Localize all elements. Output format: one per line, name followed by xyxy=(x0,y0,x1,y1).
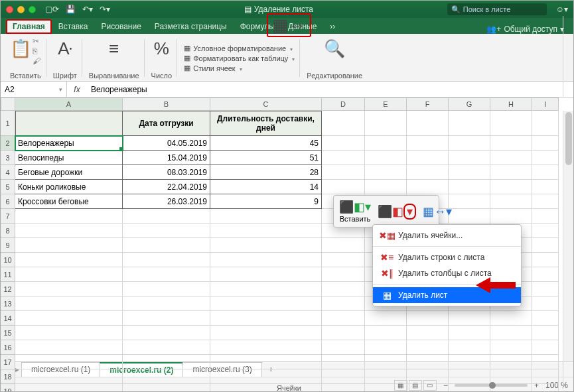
cell-I5[interactable] xyxy=(532,180,559,194)
cell-C7[interactable] xyxy=(210,209,322,224)
row-header-11[interactable]: 11 xyxy=(1,267,15,282)
cell-H18[interactable] xyxy=(490,369,532,384)
cell-A10[interactable] xyxy=(15,253,123,267)
cell-G18[interactable] xyxy=(449,369,490,384)
cell-B5[interactable]: 22.04.2019 xyxy=(123,180,210,194)
cell-A8[interactable] xyxy=(15,224,123,238)
cell-D19[interactable] xyxy=(322,384,365,392)
cell-A16[interactable] xyxy=(15,340,123,355)
cell-I13[interactable] xyxy=(532,296,559,311)
cell-I6[interactable] xyxy=(532,194,559,209)
cell-F4[interactable] xyxy=(407,165,449,180)
cell-D15[interactable] xyxy=(322,326,365,340)
cell-C5[interactable]: 14 xyxy=(210,180,322,194)
row-header-17[interactable]: 17 xyxy=(1,355,15,369)
cell-F14[interactable] xyxy=(407,311,449,326)
cell-C3[interactable]: 51 xyxy=(210,151,322,165)
cell-G7[interactable] xyxy=(449,209,490,224)
cell-C15[interactable] xyxy=(210,326,322,340)
row-header-7[interactable]: 7 xyxy=(1,209,15,224)
cell-H14[interactable] xyxy=(490,311,532,326)
row-header-16[interactable]: 16 xyxy=(1,340,15,355)
cell-E17[interactable] xyxy=(365,355,407,369)
cell-B11[interactable] xyxy=(123,267,210,282)
cell-I2[interactable] xyxy=(532,136,559,151)
cell-A19[interactable] xyxy=(15,384,123,392)
cell-I14[interactable] xyxy=(532,311,559,326)
cell-A9[interactable] xyxy=(15,238,123,253)
cell-B16[interactable] xyxy=(123,340,210,355)
cell-B4[interactable]: 08.03.2019 xyxy=(123,165,210,180)
cell-C16[interactable] xyxy=(210,340,322,355)
cell-C4[interactable]: 28 xyxy=(210,165,322,180)
insert-cells-button[interactable]: ⬛◧▾ Вставить xyxy=(339,200,371,223)
column-header-B[interactable]: B xyxy=(123,98,210,111)
cell-A17[interactable] xyxy=(15,355,123,369)
cell-C13[interactable] xyxy=(210,296,322,311)
column-header-C[interactable]: C xyxy=(210,98,322,111)
cell-H6[interactable] xyxy=(490,194,532,209)
cell-H16[interactable] xyxy=(490,340,532,355)
row-header-6[interactable]: 6 xyxy=(1,194,15,209)
cell-I12[interactable] xyxy=(532,282,559,296)
cell-G3[interactable] xyxy=(449,151,490,165)
cell-H1[interactable] xyxy=(490,111,532,136)
zoom-slider[interactable] xyxy=(455,384,528,387)
cell-B13[interactable] xyxy=(123,296,210,311)
column-header-F[interactable]: F xyxy=(407,98,449,111)
minimize-window-button[interactable] xyxy=(17,6,25,13)
cell-I8[interactable] xyxy=(532,224,559,238)
cell-A11[interactable] xyxy=(15,267,123,282)
cell-I3[interactable] xyxy=(532,151,559,165)
cell-C17[interactable] xyxy=(210,355,322,369)
cell-E15[interactable] xyxy=(365,326,407,340)
cell-D16[interactable] xyxy=(322,340,365,355)
cell-E14[interactable] xyxy=(365,311,407,326)
cell-I10[interactable] xyxy=(532,253,559,267)
autosave-icon[interactable]: ▢⟳ xyxy=(45,5,59,14)
row-header-12[interactable]: 12 xyxy=(1,282,15,296)
column-header-E[interactable]: E xyxy=(365,98,407,111)
cell-G2[interactable] xyxy=(449,136,490,151)
column-header-G[interactable]: G xyxy=(449,98,490,111)
redo-icon[interactable]: ↷▾ xyxy=(100,5,110,14)
close-window-button[interactable] xyxy=(6,6,13,13)
cell-H15[interactable] xyxy=(490,326,532,340)
row-header-10[interactable]: 10 xyxy=(1,253,15,267)
cell-E3[interactable] xyxy=(365,151,407,165)
cell-A6[interactable]: Кроссовки беговые xyxy=(15,194,123,209)
cell-D11[interactable] xyxy=(322,267,365,282)
cell-B14[interactable] xyxy=(123,311,210,326)
cell-A15[interactable] xyxy=(15,326,123,340)
undo-icon[interactable]: ↶▾ xyxy=(82,5,93,14)
cell-F5[interactable] xyxy=(407,180,449,194)
column-header-I[interactable]: I xyxy=(532,98,559,111)
cell-B19[interactable] xyxy=(123,384,210,392)
cell-I9[interactable] xyxy=(532,238,559,253)
cell-B9[interactable] xyxy=(123,238,210,253)
cell-C9[interactable] xyxy=(210,238,322,253)
cell-E4[interactable] xyxy=(365,165,407,180)
cell-D3[interactable] xyxy=(322,151,365,165)
cell-C1[interactable]: Длительность доставки, дней xyxy=(210,111,322,136)
cell-E18[interactable] xyxy=(365,369,407,384)
format-cells-button[interactable]: ▦↔▾ xyxy=(423,204,452,219)
cell-C12[interactable] xyxy=(210,282,322,296)
column-header-H[interactable]: H xyxy=(490,98,532,111)
cell-B10[interactable] xyxy=(123,253,210,267)
cell-G1[interactable] xyxy=(449,111,490,136)
cell-A12[interactable] xyxy=(15,282,123,296)
cell-D9[interactable] xyxy=(322,238,365,253)
cell-G16[interactable] xyxy=(449,340,490,355)
cell-A1[interactable] xyxy=(15,111,123,136)
row-header-5[interactable]: 5 xyxy=(1,180,15,194)
cell-B6[interactable]: 26.03.2019 xyxy=(123,194,210,209)
cell-E16[interactable] xyxy=(365,340,407,355)
row-header-19[interactable]: 19 xyxy=(1,384,15,392)
cell-B12[interactable] xyxy=(123,282,210,296)
column-header-D[interactable]: D xyxy=(322,98,365,111)
cell-B15[interactable] xyxy=(123,326,210,340)
cell-H4[interactable] xyxy=(490,165,532,180)
cell-G6[interactable] xyxy=(449,194,490,209)
row-header-4[interactable]: 4 xyxy=(1,165,15,180)
